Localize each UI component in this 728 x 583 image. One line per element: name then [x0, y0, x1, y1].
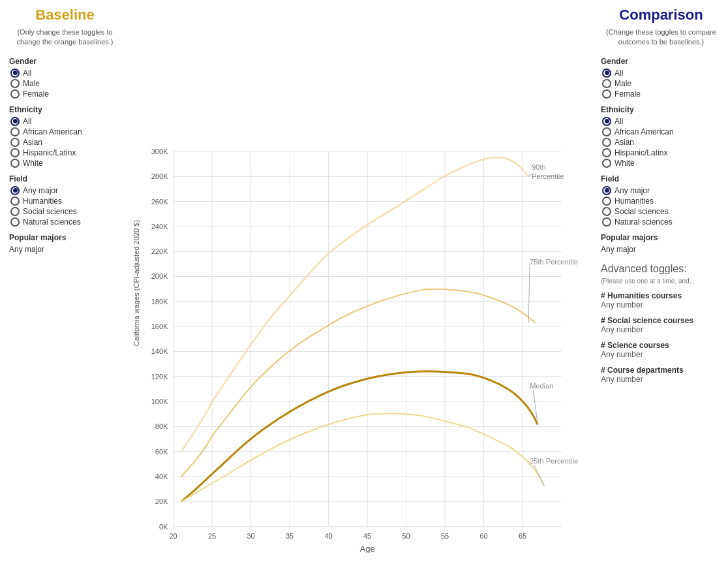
svg-text:25th Percentile: 25th Percentile: [530, 457, 578, 465]
comparison-gender-all[interactable]: All: [602, 69, 721, 78]
comparison-gender-male[interactable]: Male: [602, 79, 721, 88]
advanced-toggles-title: Advanced toggles:: [601, 263, 721, 275]
baseline-field-any-label: Any major: [23, 186, 58, 195]
baseline-field-natural-radio[interactable]: [10, 217, 20, 227]
comparison-ethnicity-white-radio[interactable]: [602, 159, 611, 168]
comparison-ethnicity-aa-radio[interactable]: [602, 127, 611, 136]
baseline-field-any[interactable]: Any major: [10, 186, 121, 195]
comparison-popular-majors-label: Popular majors: [601, 233, 721, 242]
comparison-ethnicity-hispanic-radio[interactable]: [602, 148, 611, 157]
svg-text:25: 25: [208, 532, 216, 540]
svg-line-57: [528, 263, 530, 323]
comparison-field-humanities[interactable]: Humanities: [602, 197, 721, 206]
baseline-ethnicity-aa-label: African American: [23, 127, 82, 136]
comparison-gender-male-radio[interactable]: [602, 79, 611, 88]
baseline-ethnicity-aa-radio[interactable]: [10, 127, 20, 136]
baseline-field-humanities-label: Humanities: [23, 197, 62, 206]
baseline-field-natural[interactable]: Natural sciences: [10, 217, 121, 227]
course-departments-label: # Course departments: [601, 366, 721, 375]
comparison-gender-label: Gender: [601, 57, 721, 66]
comparison-field-social[interactable]: Social sciences: [602, 207, 721, 216]
comparison-ethnicity-all[interactable]: All: [602, 117, 721, 126]
comparison-field-natural-label: Natural sciences: [614, 217, 673, 227]
comparison-ethnicity-all-label: All: [614, 117, 623, 126]
baseline-ethnicity-hispanic[interactable]: Hispanic/Latinx: [10, 148, 121, 157]
baseline-gender-all[interactable]: All: [10, 69, 121, 78]
baseline-gender-male-radio[interactable]: [10, 79, 20, 88]
svg-text:300K: 300K: [151, 148, 168, 155]
baseline-ethnicity-african-american[interactable]: African American: [10, 127, 121, 136]
comparison-gender-all-radio[interactable]: [602, 69, 611, 78]
baseline-gender-group: All Male Female: [10, 69, 121, 99]
baseline-field-humanities-radio[interactable]: [10, 197, 20, 206]
comparison-field-natural-radio[interactable]: [602, 217, 611, 227]
comparison-field-any-radio[interactable]: [602, 186, 611, 195]
comparison-field-humanities-radio[interactable]: [602, 197, 611, 206]
comparison-field-group: Any major Humanities Social sciences Nat…: [602, 186, 721, 227]
baseline-ethnicity-asian[interactable]: Asian: [10, 138, 121, 147]
baseline-gender-all-radio[interactable]: [10, 69, 20, 78]
baseline-gender-male-label: Male: [23, 79, 40, 88]
baseline-subtitle: (Only change these toggles to change the…: [9, 27, 121, 48]
science-courses-section: # Science courses Any number: [601, 341, 721, 359]
comparison-gender-male-label: Male: [614, 79, 631, 88]
svg-text:160K: 160K: [151, 323, 168, 330]
chart-area: California wages (CPI-adjusted 2020 $): [127, 0, 594, 583]
baseline-popular-majors-label: Popular majors: [9, 233, 121, 242]
baseline-field-social-radio[interactable]: [10, 207, 20, 216]
chart-wrapper: California wages (CPI-adjusted 2020 $): [127, 7, 594, 550]
baseline-ethnicity-asian-radio[interactable]: [10, 138, 20, 147]
baseline-field-group: Any major Humanities Social sciences Nat…: [10, 186, 121, 227]
svg-text:20: 20: [169, 532, 177, 540]
comparison-ethnicity-all-radio[interactable]: [602, 117, 611, 126]
baseline-ethnicity-hispanic-label: Hispanic/Latinx: [23, 148, 76, 157]
baseline-ethnicity-all-radio[interactable]: [10, 117, 20, 126]
advanced-toggles-subtitle: (Please use one at a time, and...: [601, 277, 721, 285]
course-departments-section: # Course departments Any number: [601, 366, 721, 384]
baseline-ethnicity-asian-label: Asian: [23, 138, 42, 147]
baseline-ethnicity-white[interactable]: White: [10, 159, 121, 168]
comparison-field-any[interactable]: Any major: [602, 186, 721, 195]
comparison-ethnicity-asian-radio[interactable]: [602, 138, 611, 147]
comparison-gender-female[interactable]: Female: [602, 89, 721, 99]
comparison-ethnicity-aa[interactable]: African American: [602, 127, 721, 136]
svg-text:140K: 140K: [151, 347, 168, 355]
comparison-title: Comparison: [601, 7, 721, 24]
humanities-courses-section: # Humanities courses Any number: [601, 291, 721, 309]
svg-text:50: 50: [402, 532, 410, 540]
comparison-ethnicity-label: Ethnicity: [601, 105, 721, 114]
svg-text:30: 30: [247, 532, 254, 540]
baseline-ethnicity-hispanic-radio[interactable]: [10, 148, 20, 157]
comparison-ethnicity-white[interactable]: White: [602, 159, 721, 168]
comparison-ethnicity-asian[interactable]: Asian: [602, 138, 721, 147]
baseline-gender-female[interactable]: Female: [10, 89, 121, 99]
humanities-courses-value: Any number: [601, 300, 721, 309]
baseline-gender-female-radio[interactable]: [10, 89, 20, 99]
svg-text:65: 65: [519, 532, 526, 540]
comparison-ethnicity-hispanic-label: Hispanic/Latinx: [614, 148, 667, 157]
baseline-ethnicity-white-radio[interactable]: [10, 159, 20, 168]
social-science-courses-section: # Social science courses Any number: [601, 316, 721, 334]
comparison-field-social-radio[interactable]: [602, 207, 611, 216]
comparison-field-any-label: Any major: [614, 186, 650, 195]
comparison-gender-female-radio[interactable]: [602, 89, 611, 99]
svg-text:20K: 20K: [155, 497, 168, 505]
baseline-field-social[interactable]: Social sciences: [10, 207, 121, 216]
baseline-gender-male[interactable]: Male: [10, 79, 121, 88]
baseline-ethnicity-all-label: All: [23, 117, 31, 126]
comparison-subtitle: (Change these toggles to compare outcome…: [601, 27, 721, 48]
svg-text:0K: 0K: [159, 523, 168, 531]
svg-text:280K: 280K: [151, 172, 168, 180]
comparison-field-natural[interactable]: Natural sciences: [602, 217, 721, 227]
baseline-field-natural-label: Natural sciences: [23, 217, 81, 227]
svg-line-61: [534, 465, 544, 486]
svg-text:35: 35: [286, 532, 294, 540]
baseline-field-humanities[interactable]: Humanities: [10, 197, 121, 206]
svg-text:Percentile: Percentile: [532, 172, 564, 180]
comparison-field-label: Field: [601, 174, 721, 183]
baseline-field-any-radio[interactable]: [10, 186, 20, 195]
svg-text:90th: 90th: [532, 163, 546, 171]
comparison-ethnicity-hispanic[interactable]: Hispanic/Latinx: [602, 148, 721, 157]
baseline-ethnicity-all[interactable]: All: [10, 117, 121, 126]
svg-text:60K: 60K: [155, 448, 168, 456]
